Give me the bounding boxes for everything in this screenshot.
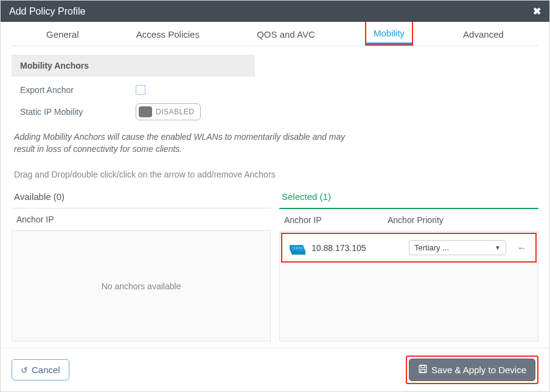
tab-bar: General Access Policies QOS and AVC Mobi… [12,22,538,46]
tab-access-policies[interactable]: Access Policies [129,23,207,46]
available-column-headers: Anchor IP [12,208,271,231]
available-title: Available (0) [12,185,271,208]
save-icon [418,364,428,376]
available-pane: Available (0) Anchor IP No anchors avail… [12,185,271,342]
available-empty-text: No anchors available [102,281,181,291]
selected-column-headers: Anchor IP Anchor Priority [279,209,538,232]
cancel-button-label: Cancel [32,365,60,375]
tab-mobility[interactable]: Mobility [366,22,412,44]
tab-mobility-highlight: Mobility [365,22,413,46]
drag-drop-hint: Drag and Drop/double click/click on the … [14,170,538,179]
save-button-highlight: Save & Apply to Device [406,356,538,384]
remove-anchor-arrow-icon[interactable]: ← [513,242,531,253]
modal-body: General Access Policies QOS and AVC Mobi… [1,22,549,348]
svg-point-5 [299,247,300,249]
chevron-down-icon: ▼ [495,244,501,251]
device-icon [287,241,305,255]
svg-rect-8 [421,365,425,368]
svg-point-3 [294,247,295,249]
save-apply-button[interactable]: Save & Apply to Device [409,359,535,381]
row-static-ip-mobility: Static IP Mobility DISABLED [20,103,538,120]
anchors-dual-list: Available (0) Anchor IP No anchors avail… [12,185,538,342]
close-icon[interactable]: ✖ [533,5,541,17]
svg-rect-7 [419,365,426,373]
svg-rect-9 [421,370,425,373]
svg-point-6 [301,247,302,249]
static-ip-mobility-state: DISABLED [156,108,194,116]
svg-point-4 [296,247,298,249]
static-ip-mobility-toggle[interactable]: DISABLED [136,103,201,120]
export-anchor-label: Export Anchor [20,85,136,95]
selected-pane: Selected (1) Anchor IP Anchor Priority [279,185,538,342]
available-body[interactable]: No anchors available [12,231,271,342]
section-mobility-anchors-header: Mobility Anchors [12,55,255,77]
toggle-knob-icon [139,106,152,117]
tab-qos-avc[interactable]: QOS and AVC [249,23,322,46]
modal-footer: ↺ Cancel Save & Apply to Device [1,348,549,391]
available-col-anchor-ip: Anchor IP [16,215,120,224]
anchor-priority-value: Tertiary ... [414,243,449,252]
selected-col-anchor-priority: Anchor Priority [388,215,534,225]
modal-titlebar: Add Policy Profile ✖ [1,1,549,22]
undo-icon: ↺ [21,365,28,375]
selected-title: Selected (1) [279,185,538,209]
save-button-label: Save & Apply to Device [431,365,526,375]
cancel-button[interactable]: ↺ Cancel [12,359,69,380]
mobility-anchors-warning: Adding Mobility Anchors will cause the e… [14,131,355,155]
row-export-anchor: Export Anchor [20,85,538,95]
selected-row-highlight: 10.88.173.105 Tertiary ... ▼ ← [281,233,537,263]
tab-advanced[interactable]: Advanced [456,23,511,46]
selected-row-ip: 10.88.173.105 [312,243,403,253]
modal-title: Add Policy Profile [9,6,85,17]
selected-row[interactable]: 10.88.173.105 Tertiary ... ▼ ← [282,234,535,261]
add-policy-profile-modal: Add Policy Profile ✖ General Access Poli… [0,0,550,392]
export-anchor-checkbox[interactable] [136,85,145,95]
selected-col-anchor-ip: Anchor IP [284,215,388,225]
anchor-priority-select[interactable]: Tertiary ... ▼ [409,240,506,255]
svg-marker-2 [292,251,305,255]
tab-general[interactable]: General [39,23,86,46]
static-ip-mobility-label: Static IP Mobility [20,107,136,117]
selected-body[interactable]: 10.88.173.105 Tertiary ... ▼ ← [279,232,538,342]
